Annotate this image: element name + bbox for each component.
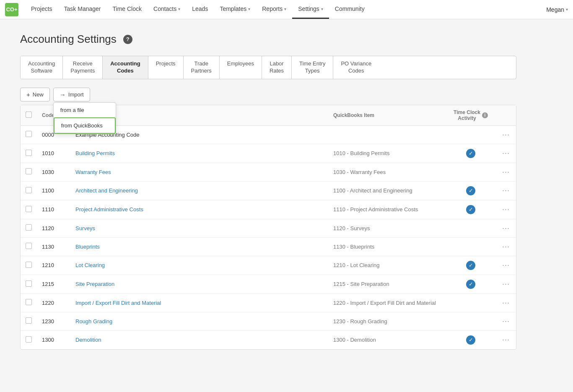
row-actions-menu[interactable]: ··· xyxy=(502,224,510,232)
row-checkbox-cell xyxy=(21,275,37,293)
row-actions-menu[interactable]: ··· xyxy=(502,168,510,176)
row-checkbox[interactable] xyxy=(26,243,32,249)
nav-projects[interactable]: Projects xyxy=(25,0,58,19)
row-checkbox[interactable] xyxy=(26,299,32,305)
row-actions-menu[interactable]: ··· xyxy=(502,205,510,213)
row-code: 1300 xyxy=(37,330,70,349)
row-checkbox-cell xyxy=(21,219,37,237)
row-checkbox[interactable] xyxy=(26,336,32,343)
table-row: 1130 Blueprints 1130 - Blueprints ··· xyxy=(21,237,516,256)
row-actions-menu[interactable]: ··· xyxy=(502,261,510,269)
row-code: 1110 xyxy=(37,200,70,219)
row-actions-menu[interactable]: ··· xyxy=(502,299,510,307)
tab-time-entry-types[interactable]: Time EntryTypes xyxy=(292,56,333,79)
tab-employees[interactable]: Employees xyxy=(220,56,262,79)
row-checkbox-cell xyxy=(21,144,37,163)
table-row: 1120 Surveys 1120 - Surveys ··· xyxy=(21,219,516,237)
row-checkbox-cell xyxy=(21,200,37,219)
main-content: Accounting Settings ? AccountingSoftware… xyxy=(0,19,537,363)
row-actions-cell: ··· xyxy=(496,219,516,237)
row-actions-menu[interactable]: ··· xyxy=(502,149,510,157)
description-link[interactable]: Architect and Engineering xyxy=(75,187,138,194)
nav-reports[interactable]: Reports▾ xyxy=(256,0,292,19)
row-checkbox[interactable] xyxy=(26,187,32,193)
table-row: 1300 Demolition 1300 - Demolition ✓ ··· xyxy=(21,330,516,349)
tc-checked-icon: ✓ xyxy=(466,186,475,195)
row-actions-menu[interactable]: ··· xyxy=(502,317,510,325)
row-qb-item: 1220 - Import / Export Fill Dirt and Mat… xyxy=(328,293,446,312)
row-code: 1130 xyxy=(37,237,70,256)
tab-receive-payments[interactable]: ReceivePayments xyxy=(63,56,103,79)
tab-labor-rates[interactable]: LaborRates xyxy=(262,56,292,79)
description-link[interactable]: Blueprints xyxy=(75,244,100,250)
row-tc-activity xyxy=(446,237,496,256)
row-checkbox-cell xyxy=(21,312,37,330)
description-link[interactable]: Project Administrative Costs xyxy=(75,206,143,213)
description-link[interactable]: Warranty Fees xyxy=(75,169,111,175)
nav-task-manager[interactable]: Task Manager xyxy=(58,0,107,19)
time-clock-info-icon[interactable]: i xyxy=(482,112,488,118)
top-navigation: CO+ Projects Task Manager Time Clock Con… xyxy=(0,0,573,19)
row-actions-cell: ··· xyxy=(496,163,516,181)
row-checkbox[interactable] xyxy=(26,224,32,231)
tab-projects[interactable]: Projects xyxy=(148,56,184,79)
row-actions-menu[interactable]: ··· xyxy=(502,186,510,195)
row-actions-menu[interactable]: ··· xyxy=(502,280,510,288)
row-tc-activity xyxy=(446,125,496,144)
row-actions-cell: ··· xyxy=(496,125,516,144)
tab-accounting-codes[interactable]: AccountingCodes xyxy=(103,56,148,79)
row-description: Demolition xyxy=(70,330,328,349)
nav-contacts[interactable]: Contacts▾ xyxy=(148,0,186,19)
row-checkbox-cell xyxy=(21,256,37,275)
row-checkbox[interactable] xyxy=(26,262,32,268)
row-checkbox[interactable] xyxy=(26,206,32,212)
new-button[interactable]: + New xyxy=(20,88,50,101)
description-link[interactable]: Demolition xyxy=(75,337,101,343)
description-link[interactable]: Import / Export Fill Dirt and Material xyxy=(75,300,161,306)
row-description: Import / Export Fill Dirt and Material xyxy=(70,293,328,312)
row-checkbox[interactable] xyxy=(26,168,32,174)
description-link[interactable]: Lot Clearing xyxy=(75,262,105,268)
import-from-file[interactable]: from a file xyxy=(54,103,116,117)
help-icon[interactable]: ? xyxy=(123,35,132,44)
import-from-quickbooks[interactable]: from QuickBooks xyxy=(54,117,116,134)
import-wrapper: → Import from a file from QuickBooks xyxy=(53,88,90,101)
row-actions-menu[interactable]: ··· xyxy=(502,130,510,139)
page-header: Accounting Settings ? xyxy=(20,33,516,46)
tab-accounting-software[interactable]: AccountingSoftware xyxy=(21,56,63,79)
row-actions-menu[interactable]: ··· xyxy=(502,242,510,251)
nav-templates[interactable]: Templates▾ xyxy=(214,0,256,19)
nav-time-clock[interactable]: Time Clock xyxy=(107,0,148,19)
nav-leads[interactable]: Leads xyxy=(186,0,214,19)
accounting-codes-table: Code Description QuickBooks Item Time Cl… xyxy=(20,105,516,350)
row-tc-activity: ✓ xyxy=(446,181,496,200)
quickbooks-header: QuickBooks Item xyxy=(328,105,446,126)
tab-trade-partners[interactable]: TradePartners xyxy=(184,56,220,79)
row-code: 1120 xyxy=(37,219,70,237)
row-actions-menu[interactable]: ··· xyxy=(502,335,510,344)
row-checkbox[interactable] xyxy=(26,150,32,156)
import-button[interactable]: → Import xyxy=(53,88,90,101)
user-menu[interactable]: Megan ▾ xyxy=(546,6,568,13)
row-tc-activity: ✓ xyxy=(446,256,496,275)
row-checkbox[interactable] xyxy=(26,317,32,324)
table-row: 1210 Lot Clearing 1210 - Lot Clearing ✓ … xyxy=(21,256,516,275)
description-link[interactable]: Building Permits xyxy=(75,150,115,156)
description-link[interactable]: Surveys xyxy=(75,225,95,231)
app-logo[interactable]: CO+ xyxy=(5,3,18,16)
row-qb-item: 1100 - Architect and Engineering xyxy=(328,181,446,200)
templates-chevron-icon: ▾ xyxy=(248,7,250,11)
row-actions-cell: ··· xyxy=(496,237,516,256)
row-checkbox[interactable] xyxy=(26,131,32,137)
nav-settings[interactable]: Settings▾ xyxy=(292,0,329,19)
actions-header xyxy=(496,105,516,126)
tab-po-variance-codes[interactable]: PO VarianceCodes xyxy=(333,56,379,79)
nav-community[interactable]: Community xyxy=(329,0,371,19)
description-link[interactable]: Site Preparation xyxy=(75,281,114,287)
row-actions-cell: ··· xyxy=(496,144,516,163)
select-all-checkbox[interactable] xyxy=(26,112,32,118)
description-link[interactable]: Rough Grading xyxy=(75,318,112,325)
row-description: Blueprints xyxy=(70,237,328,256)
row-checkbox[interactable] xyxy=(26,280,32,287)
toolbar: + New → Import from a file from QuickBoo… xyxy=(20,88,516,101)
